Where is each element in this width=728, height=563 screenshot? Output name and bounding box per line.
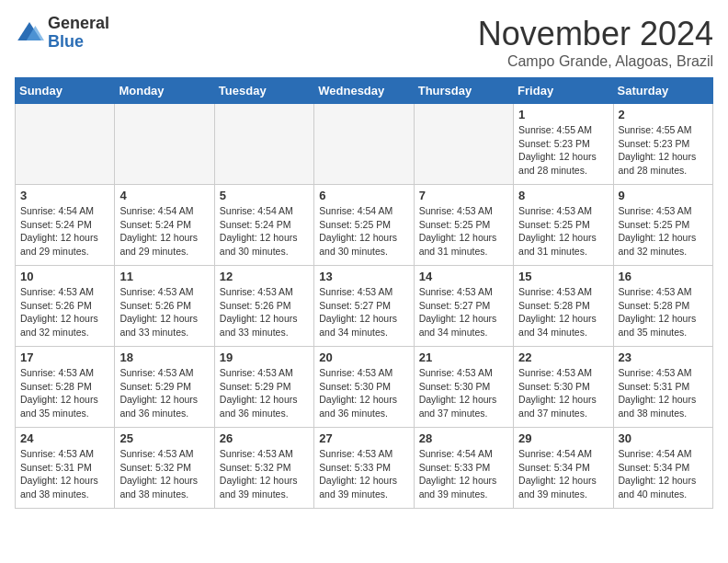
day-cell-20: 20Sunrise: 4:53 AMSunset: 5:30 PMDayligh… bbox=[314, 347, 414, 428]
day-info: Sunrise: 4:54 AMSunset: 5:33 PMDaylight:… bbox=[419, 447, 508, 501]
day-cell-14: 14Sunrise: 4:53 AMSunset: 5:27 PMDayligh… bbox=[414, 266, 513, 347]
day-cell-15: 15Sunrise: 4:53 AMSunset: 5:28 PMDayligh… bbox=[514, 266, 613, 347]
day-info: Sunrise: 4:55 AMSunset: 5:23 PMDaylight:… bbox=[619, 123, 708, 178]
day-number: 8 bbox=[518, 189, 608, 202]
week-row-2: 10Sunrise: 4:53 AMSunset: 5:26 PMDayligh… bbox=[16, 266, 713, 347]
day-number: 23 bbox=[619, 350, 708, 364]
day-number: 16 bbox=[619, 270, 708, 283]
empty-cell bbox=[16, 104, 115, 185]
day-number: 21 bbox=[419, 350, 508, 364]
day-cell-10: 10Sunrise: 4:53 AMSunset: 5:26 PMDayligh… bbox=[16, 266, 115, 347]
weekday-header-saturday: Saturday bbox=[613, 78, 712, 104]
day-number: 5 bbox=[220, 189, 309, 202]
week-row-3: 17Sunrise: 4:53 AMSunset: 5:28 PMDayligh… bbox=[16, 347, 713, 428]
day-number: 19 bbox=[220, 350, 309, 364]
week-row-4: 24Sunrise: 4:53 AMSunset: 5:31 PMDayligh… bbox=[16, 428, 713, 509]
day-cell-29: 29Sunrise: 4:54 AMSunset: 5:34 PMDayligh… bbox=[514, 428, 613, 509]
day-info: Sunrise: 4:53 AMSunset: 5:28 PMDaylight:… bbox=[20, 366, 109, 420]
day-cell-8: 8Sunrise: 4:53 AMSunset: 5:25 PMDaylight… bbox=[514, 185, 613, 266]
day-info: Sunrise: 4:54 AMSunset: 5:24 PMDaylight:… bbox=[20, 204, 109, 259]
weekday-header-friday: Friday bbox=[514, 78, 613, 104]
day-number: 30 bbox=[619, 431, 708, 445]
logo: General Blue bbox=[15, 15, 109, 52]
day-cell-4: 4Sunrise: 4:54 AMSunset: 5:24 PMDaylight… bbox=[115, 185, 214, 266]
calendar-title: November 2024 bbox=[478, 15, 713, 53]
day-number: 12 bbox=[220, 270, 309, 283]
day-info: Sunrise: 4:53 AMSunset: 5:31 PMDaylight:… bbox=[20, 447, 109, 501]
day-cell-23: 23Sunrise: 4:53 AMSunset: 5:31 PMDayligh… bbox=[613, 347, 712, 428]
day-cell-12: 12Sunrise: 4:53 AMSunset: 5:26 PMDayligh… bbox=[214, 266, 313, 347]
logo-blue-text: Blue bbox=[48, 33, 109, 52]
day-info: Sunrise: 4:53 AMSunset: 5:26 PMDaylight:… bbox=[220, 285, 309, 339]
day-cell-22: 22Sunrise: 4:53 AMSunset: 5:30 PMDayligh… bbox=[514, 347, 613, 428]
day-number: 6 bbox=[319, 189, 408, 202]
weekday-header-sunday: Sunday bbox=[16, 78, 115, 104]
day-cell-21: 21Sunrise: 4:53 AMSunset: 5:30 PMDayligh… bbox=[414, 347, 513, 428]
day-cell-11: 11Sunrise: 4:53 AMSunset: 5:26 PMDayligh… bbox=[115, 266, 214, 347]
day-info: Sunrise: 4:53 AMSunset: 5:25 PMDaylight:… bbox=[419, 204, 508, 259]
day-cell-26: 26Sunrise: 4:53 AMSunset: 5:32 PMDayligh… bbox=[214, 428, 313, 509]
day-info: Sunrise: 4:53 AMSunset: 5:26 PMDaylight:… bbox=[20, 285, 109, 339]
day-info: Sunrise: 4:54 AMSunset: 5:25 PMDaylight:… bbox=[319, 204, 408, 259]
day-info: Sunrise: 4:54 AMSunset: 5:24 PMDaylight:… bbox=[119, 204, 209, 259]
day-number: 14 bbox=[419, 270, 508, 283]
day-number: 18 bbox=[119, 350, 209, 364]
week-row-0: 1Sunrise: 4:55 AMSunset: 5:23 PMDaylight… bbox=[16, 104, 713, 185]
day-info: Sunrise: 4:53 AMSunset: 5:30 PMDaylight:… bbox=[518, 366, 608, 420]
day-info: Sunrise: 4:53 AMSunset: 5:30 PMDaylight:… bbox=[419, 366, 508, 420]
day-number: 22 bbox=[518, 350, 608, 364]
weekday-header-thursday: Thursday bbox=[414, 78, 513, 104]
day-number: 2 bbox=[619, 108, 708, 121]
empty-cell bbox=[314, 104, 414, 185]
empty-cell bbox=[214, 104, 313, 185]
day-info: Sunrise: 4:53 AMSunset: 5:26 PMDaylight:… bbox=[119, 285, 209, 339]
day-cell-2: 2Sunrise: 4:55 AMSunset: 5:23 PMDaylight… bbox=[613, 104, 712, 185]
day-cell-30: 30Sunrise: 4:54 AMSunset: 5:34 PMDayligh… bbox=[613, 428, 712, 509]
day-info: Sunrise: 4:54 AMSunset: 5:24 PMDaylight:… bbox=[220, 204, 309, 259]
day-number: 11 bbox=[119, 270, 209, 283]
logo-icon bbox=[15, 18, 44, 48]
day-cell-13: 13Sunrise: 4:53 AMSunset: 5:27 PMDayligh… bbox=[314, 266, 414, 347]
day-cell-28: 28Sunrise: 4:54 AMSunset: 5:33 PMDayligh… bbox=[414, 428, 513, 509]
day-cell-25: 25Sunrise: 4:53 AMSunset: 5:32 PMDayligh… bbox=[115, 428, 214, 509]
day-info: Sunrise: 4:55 AMSunset: 5:23 PMDaylight:… bbox=[518, 123, 608, 178]
day-number: 7 bbox=[419, 189, 508, 202]
day-number: 10 bbox=[20, 270, 109, 283]
week-row-1: 3Sunrise: 4:54 AMSunset: 5:24 PMDaylight… bbox=[16, 185, 713, 266]
day-cell-19: 19Sunrise: 4:53 AMSunset: 5:29 PMDayligh… bbox=[214, 347, 313, 428]
calendar-header: SundayMondayTuesdayWednesdayThursdayFrid… bbox=[16, 78, 713, 104]
day-info: Sunrise: 4:53 AMSunset: 5:31 PMDaylight:… bbox=[619, 366, 708, 420]
weekday-header-tuesday: Tuesday bbox=[214, 78, 313, 104]
day-cell-5: 5Sunrise: 4:54 AMSunset: 5:24 PMDaylight… bbox=[214, 185, 313, 266]
day-info: Sunrise: 4:53 AMSunset: 5:28 PMDaylight:… bbox=[518, 285, 608, 339]
day-number: 17 bbox=[20, 350, 109, 364]
day-cell-24: 24Sunrise: 4:53 AMSunset: 5:31 PMDayligh… bbox=[16, 428, 115, 509]
day-cell-17: 17Sunrise: 4:53 AMSunset: 5:28 PMDayligh… bbox=[16, 347, 115, 428]
weekday-header-row: SundayMondayTuesdayWednesdayThursdayFrid… bbox=[16, 78, 713, 104]
day-number: 26 bbox=[220, 431, 309, 445]
day-cell-18: 18Sunrise: 4:53 AMSunset: 5:29 PMDayligh… bbox=[115, 347, 214, 428]
day-info: Sunrise: 4:53 AMSunset: 5:27 PMDaylight:… bbox=[419, 285, 508, 339]
day-number: 9 bbox=[619, 189, 708, 202]
header: General Blue November 2024 Campo Grande,… bbox=[15, 15, 713, 70]
day-info: Sunrise: 4:53 AMSunset: 5:32 PMDaylight:… bbox=[119, 447, 209, 501]
day-number: 13 bbox=[319, 270, 408, 283]
weekday-header-wednesday: Wednesday bbox=[314, 78, 414, 104]
calendar-body: 1Sunrise: 4:55 AMSunset: 5:23 PMDaylight… bbox=[16, 104, 713, 509]
day-number: 29 bbox=[518, 431, 608, 445]
day-info: Sunrise: 4:53 AMSunset: 5:28 PMDaylight:… bbox=[619, 285, 708, 339]
day-number: 3 bbox=[20, 189, 109, 202]
day-cell-7: 7Sunrise: 4:53 AMSunset: 5:25 PMDaylight… bbox=[414, 185, 513, 266]
day-info: Sunrise: 4:54 AMSunset: 5:34 PMDaylight:… bbox=[518, 447, 608, 501]
day-number: 25 bbox=[119, 431, 209, 445]
day-cell-16: 16Sunrise: 4:53 AMSunset: 5:28 PMDayligh… bbox=[613, 266, 712, 347]
day-cell-27: 27Sunrise: 4:53 AMSunset: 5:33 PMDayligh… bbox=[314, 428, 414, 509]
day-info: Sunrise: 4:53 AMSunset: 5:29 PMDaylight:… bbox=[119, 366, 209, 420]
empty-cell bbox=[115, 104, 214, 185]
weekday-header-monday: Monday bbox=[115, 78, 214, 104]
day-info: Sunrise: 4:53 AMSunset: 5:27 PMDaylight:… bbox=[319, 285, 408, 339]
day-number: 4 bbox=[119, 189, 209, 202]
logo-general-text: General bbox=[48, 15, 109, 33]
day-cell-1: 1Sunrise: 4:55 AMSunset: 5:23 PMDaylight… bbox=[514, 104, 613, 185]
day-info: Sunrise: 4:53 AMSunset: 5:25 PMDaylight:… bbox=[518, 204, 608, 259]
